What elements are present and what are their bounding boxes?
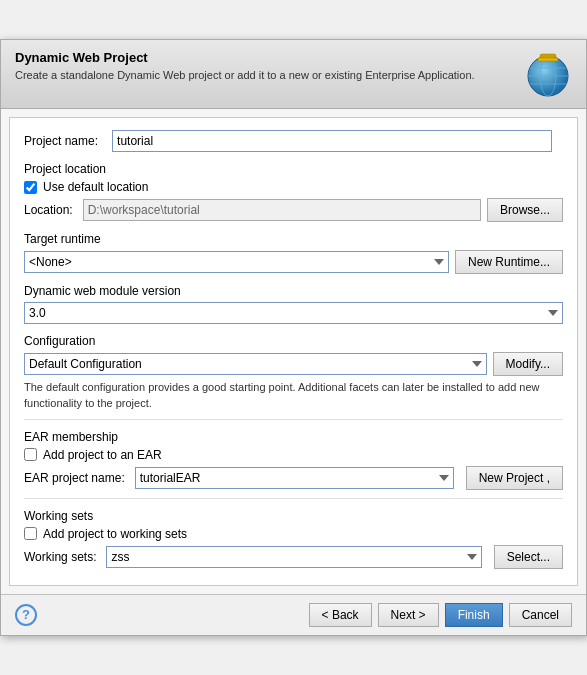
dialog-header: Dynamic Web Project Create a standalone … (1, 40, 586, 109)
globe-icon (524, 50, 572, 98)
dynamic-web-project-dialog: Dynamic Web Project Create a standalone … (0, 39, 587, 636)
ear-project-name-select[interactable]: tutorialEAR (135, 467, 454, 489)
project-name-input[interactable] (112, 130, 552, 152)
configuration-select[interactable]: Default Configuration (24, 353, 487, 375)
add-to-working-sets-label: Add project to working sets (43, 527, 187, 541)
modify-button[interactable]: Modify... (493, 352, 563, 376)
working-sets-label: Working sets (24, 509, 563, 523)
help-button[interactable]: ? (15, 604, 37, 626)
configuration-info: The default configuration provides a goo… (24, 380, 563, 411)
select-button[interactable]: Select... (494, 545, 563, 569)
footer-buttons: < Back Next > Finish Cancel (309, 603, 572, 627)
working-sets-row: Working sets: zss Select... (24, 545, 563, 569)
finish-button[interactable]: Finish (445, 603, 503, 627)
dialog-body: Project name: Project location Use defau… (9, 117, 578, 586)
dialog-footer: ? < Back Next > Finish Cancel (1, 594, 586, 635)
target-runtime-row: <None> New Runtime... (24, 250, 563, 274)
working-sets-field-label: Working sets: (24, 550, 96, 564)
add-to-working-sets-checkbox[interactable] (24, 527, 37, 540)
divider-1 (24, 419, 563, 420)
location-input[interactable] (83, 199, 481, 221)
dialog-subtitle: Create a standalone Dynamic Web project … (15, 69, 514, 81)
working-sets-select[interactable]: zss (106, 546, 481, 568)
dynamic-web-module-row: 3.0 (24, 302, 563, 324)
dynamic-web-module-select[interactable]: 3.0 (24, 302, 563, 324)
use-default-location-row: Use default location (24, 180, 563, 194)
configuration-row: Default Configuration Modify... (24, 352, 563, 376)
location-label: Location: (24, 203, 73, 217)
ear-project-name-label: EAR project name: (24, 471, 125, 485)
dialog-title: Dynamic Web Project (15, 50, 514, 65)
add-to-ear-row: Add project to an EAR (24, 448, 563, 462)
dynamic-web-module-label: Dynamic web module version (24, 284, 563, 298)
use-default-label: Use default location (43, 180, 148, 194)
next-button[interactable]: Next > (378, 603, 439, 627)
ear-name-row: EAR project name: tutorialEAR New Projec… (24, 466, 563, 490)
ear-membership-label: EAR membership (24, 430, 563, 444)
browse-button[interactable]: Browse... (487, 198, 563, 222)
add-to-ear-label: Add project to an EAR (43, 448, 162, 462)
back-button[interactable]: < Back (309, 603, 372, 627)
new-project-button[interactable]: New Project , (466, 466, 563, 490)
project-name-row: Project name: (24, 130, 563, 152)
project-name-label: Project name: (24, 134, 98, 148)
add-to-ear-checkbox[interactable] (24, 448, 37, 461)
target-runtime-select[interactable]: <None> (24, 251, 449, 273)
add-to-working-sets-row: Add project to working sets (24, 527, 563, 541)
cancel-button[interactable]: Cancel (509, 603, 572, 627)
new-runtime-button[interactable]: New Runtime... (455, 250, 563, 274)
project-location-label: Project location (24, 162, 563, 176)
target-runtime-label: Target runtime (24, 232, 563, 246)
use-default-checkbox[interactable] (24, 181, 37, 194)
location-row: Location: Browse... (24, 198, 563, 222)
divider-2 (24, 498, 563, 499)
configuration-label: Configuration (24, 334, 563, 348)
svg-rect-6 (538, 58, 558, 61)
